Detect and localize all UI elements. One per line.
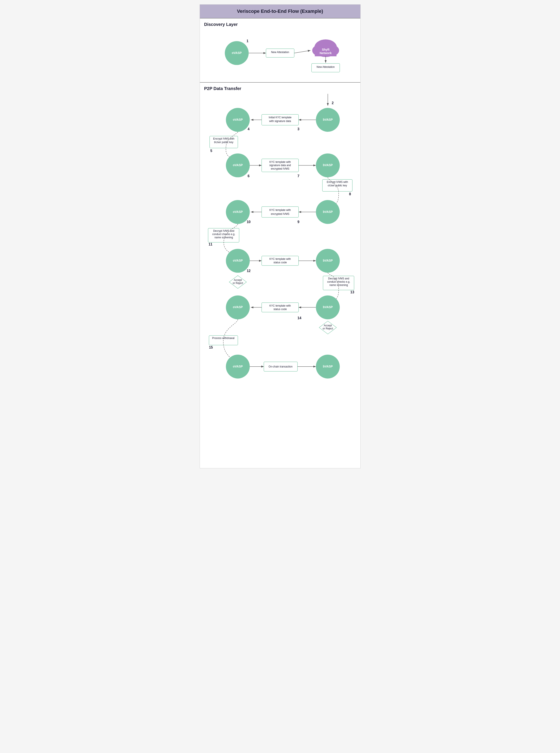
diamond-label-ovasp-2: or Reject [233,282,243,285]
discovery-title: Discovery Layer [204,22,356,27]
ovasp-label-4: oVASP [233,210,242,213]
bvasp-label-6: bVASP [323,365,333,368]
note-11c: name screening [215,236,233,239]
attestation-label-2: New Attestation [316,65,335,68]
note-5b: bUser public key [214,141,233,144]
note-13b: conduct checks e.g. [327,280,350,283]
kyc-label-3b: encrypted IVMS [271,212,289,216]
ovasp-label-7: oVASP [233,365,242,368]
note-13a: Decrypt IVMS and [328,277,349,280]
bvasp-label-1: bVASP [323,118,333,121]
kyc-box-3 [262,207,299,218]
note-15a: Process withdrawal [212,337,235,340]
step-12: 12 [247,269,251,273]
step-15: 15 [209,346,213,349]
step-1: 1 [246,39,248,43]
ovasp-label-5: oVASP [233,259,242,262]
kyc-label-3a: KYC template with [269,208,291,211]
p2p-title: P2P Data Transfer [204,86,356,91]
step-9: 9 [297,220,299,224]
ovasp-label-6: oVASP [233,305,242,309]
bvasp-label-2: bVASP [323,163,333,167]
step-13: 13 [351,290,354,294]
step-6: 6 [247,174,249,178]
bvasp-label-4: bVASP [323,259,333,262]
p2p-diagram: 2 bVASP Initial KYC template with signat… [204,93,356,464]
step-10: 10 [247,220,251,224]
kyc-label-2b: signature data and [269,164,291,167]
note-8b: oUser public key [328,184,347,187]
onchain-label: On-chain transaction [268,365,292,368]
discovery-diagram: oVASP 1 New Attestation [204,29,356,78]
step-3: 3 [297,127,299,131]
kyc-label-5a: KYC template with [269,304,291,307]
bvasp-label-5: bVASP [323,305,333,309]
ovasp-label-3: oVASP [233,163,242,167]
p2p-section: P2P Data Transfer 2 bVASP [200,82,360,468]
attestation-label-1: New Attestation [271,51,289,54]
shyft-label-2: Network [319,51,332,55]
diamond-label-ovasp-1: Accept [234,279,242,282]
shyft-label: Shyft [322,48,329,51]
kyc-label-2c: encrypted IVMS [271,167,289,170]
kyc-label-1b: with signature data [269,120,291,123]
shyft-network-node: Shyft Network [312,39,339,57]
kyc-label-4b: status code [273,261,287,264]
bvasp-label-3: bVASP [323,210,333,213]
page-title: Veriscope End-to-End Flow (Example) [200,4,360,18]
kyc-label-5b: status code [273,308,287,311]
diamond-label-bvasp-1: Accept [324,324,332,327]
note-11b: conduct checks e.g. [212,233,235,236]
step-2: 2 [332,101,334,105]
step-5: 5 [210,149,212,152]
kyc-label-4a: KYC template with [269,258,291,261]
step-7: 7 [297,174,299,178]
step-4: 4 [247,127,249,131]
diamond-label-bvasp-2: or Reject [322,327,333,330]
step-14: 14 [297,316,301,320]
arrow-box-to-shyft [294,50,310,53]
step-8: 8 [349,192,351,196]
discovery-section: Discovery Layer oVASP 1 [200,18,360,82]
note-5a: Encrypt IVMS with [213,137,234,140]
kyc-label-1a: Initial KYC template [268,116,292,119]
kyc-label-2a: KYC template with [269,161,291,164]
page-container: Veriscope End-to-End Flow (Example) Disc… [200,4,361,468]
note-8a: Encrypt IVMS with [327,181,348,184]
ovasp-label-1: oVASP [232,51,241,55]
ovasp-label-2: oVASP [233,118,242,121]
step-11: 11 [208,242,212,246]
